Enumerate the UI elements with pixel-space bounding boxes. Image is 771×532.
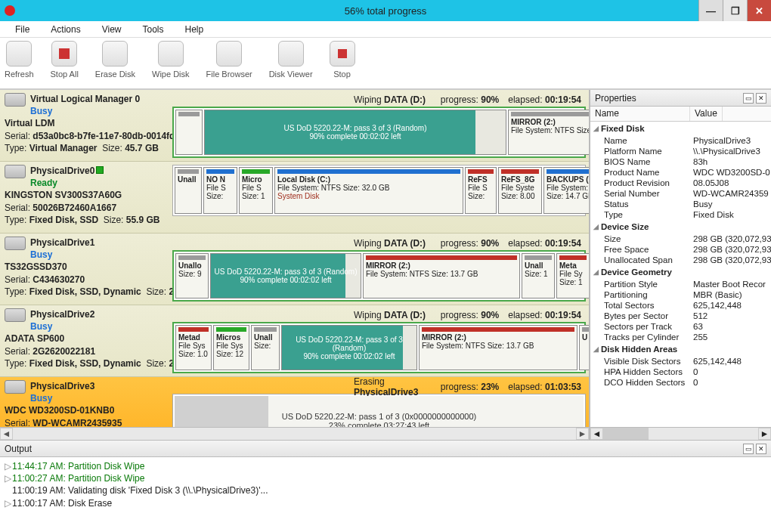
property-value: Fixed Disk <box>693 210 771 219</box>
wipe-disk-button[interactable]: Wipe Disk <box>152 41 190 79</box>
property-group[interactable]: ◢Disk Hidden Areas <box>590 342 771 356</box>
output-close-icon[interactable]: ✕ <box>756 444 766 454</box>
expand-icon[interactable]: ▷ <box>5 460 12 472</box>
drive-serial: 2G2620022181 <box>33 346 95 357</box>
file-browser-button[interactable]: File Browser <box>206 41 252 79</box>
partition[interactable]: UnallSize: <box>251 325 280 370</box>
partition[interactable]: MetaFile SySize: 1 <box>556 253 589 298</box>
property-row[interactable]: StatusBusy <box>590 199 771 209</box>
stop-button[interactable]: Stop <box>330 41 355 79</box>
partition[interactable]: US DoD 5220.22-M: pass 3 of 3 (Random)90… <box>204 110 506 155</box>
partition[interactable]: MIRROR (2:)File System: NTFS Size: 13.7 <box>508 110 589 155</box>
property-row[interactable]: Size298 GB (320,072,93 <box>590 234 771 244</box>
partition[interactable]: Unall <box>175 167 202 214</box>
partition[interactable]: US DoD 5220.22-M: pass 3 of 3 (Random)90… <box>210 253 361 298</box>
drive-row[interactable]: Virtual Logical Manager 0BusyVirtual LDM… <box>0 90 589 162</box>
partition[interactable]: MetadFile SysSize: 1.0 <box>175 325 212 370</box>
property-row[interactable]: Product NameWDC WD3200SD-0 <box>590 167 771 178</box>
partition[interactable]: UnallSize: 1 <box>522 253 555 298</box>
drive-status: Busy <box>30 249 52 260</box>
drive-row[interactable]: PhysicalDrive0ReadyKINGSTON SV300S37A60G… <box>0 162 589 234</box>
properties-hscroll[interactable]: ◄ ► <box>590 427 771 440</box>
drive-serial: 50026B72460A1667 <box>33 203 116 213</box>
properties-pin-icon[interactable]: ▭ <box>743 93 754 104</box>
stop-icon <box>330 41 355 66</box>
drive-list-hscroll[interactable]: ◄ ► <box>0 427 589 440</box>
output-pin-icon[interactable]: ▭ <box>743 444 754 454</box>
property-row[interactable]: Visible Disk Sectors625,142,448 <box>590 356 771 367</box>
elapsed-label: elapsed: 00:19:54 <box>508 94 586 105</box>
disk-viewer-button[interactable]: Disk Viewer <box>269 41 313 79</box>
output-body[interactable]: ▷11:44:17 AM: Partition Disk Wipe▷11:00:… <box>0 457 771 532</box>
log-line: 11:00:19 AM: Validating disk 'Fixed Disk… <box>5 484 766 496</box>
drive-type: Fixed Disk, SSD, Dynamic <box>29 286 141 297</box>
stop-all-button[interactable]: Stop All <box>51 41 79 79</box>
erase-disk-button[interactable]: Erase Disk <box>95 41 135 79</box>
partition[interactable]: U <box>579 325 589 370</box>
menu-help[interactable]: Help <box>185 24 204 35</box>
property-row[interactable]: TypeFixed Disk <box>590 209 771 220</box>
minimize-button[interactable]: — <box>698 0 723 21</box>
drive-list[interactable]: Virtual Logical Manager 0BusyVirtual LDM… <box>0 90 589 427</box>
property-row[interactable]: Bytes per Sector512 <box>590 311 771 321</box>
menu-view[interactable]: View <box>102 24 122 35</box>
drive-row[interactable]: PhysicalDrive1BusyTS32GSSD370Serial: C43… <box>0 234 589 305</box>
partition[interactable]: MIRROR (2:)File System: NTFS Size: 13.7 … <box>419 325 577 370</box>
elapsed-label: elapsed: 00:19:54 <box>508 310 586 320</box>
partition[interactable]: BACKUPS (Y:)File System: NTFSSize: 14.7 … <box>543 167 589 214</box>
scroll-left-icon[interactable]: ◄ <box>0 428 13 440</box>
property-row[interactable]: BIOS Name83h <box>590 156 771 167</box>
property-row[interactable]: PartitioningMBR (Basic) <box>590 289 771 300</box>
partition[interactable]: MIRROR (2:)File System: NTFS Size: 13.7 … <box>363 253 520 298</box>
menu-file[interactable]: File <box>15 24 29 35</box>
property-value: 83h <box>693 157 771 166</box>
close-button[interactable]: ✕ <box>747 0 771 21</box>
properties-close-icon[interactable]: ✕ <box>756 93 766 104</box>
property-group[interactable]: ◢Device Size <box>590 220 771 234</box>
scroll-right-icon[interactable]: ► <box>758 428 771 440</box>
property-row[interactable]: DCO Hidden Sectors0 <box>590 377 771 388</box>
property-row[interactable]: HPA Hidden Sectors0 <box>590 367 771 377</box>
property-group[interactable]: ◢Fixed Disk <box>590 122 771 135</box>
property-row[interactable]: Total Sectors625,142,448 <box>590 300 771 311</box>
progress-label: progress: 90% <box>432 94 508 105</box>
property-row[interactable]: Partition StyleMaster Boot Recor <box>590 279 771 289</box>
property-row[interactable]: Platform Name\\.\PhysicalDrive3 <box>590 146 771 156</box>
property-key: Status <box>604 200 693 209</box>
property-row[interactable]: Tracks per Cylinder255 <box>590 332 771 342</box>
partition[interactable]: MicrosFile SysSize: 12 <box>213 325 249 370</box>
property-row[interactable]: Sectors per Track63 <box>590 321 771 332</box>
property-key: Total Sectors <box>604 301 693 310</box>
disk-icon <box>5 380 26 394</box>
partition[interactable]: ReFS_8GFile SysteSize: 8.00 <box>498 167 542 214</box>
property-row[interactable]: Serial NumberWD-WCAMR24359 <box>590 188 771 199</box>
property-key: Partitioning <box>604 290 693 299</box>
partition[interactable] <box>175 110 203 155</box>
scroll-left-icon[interactable]: ◄ <box>590 428 603 440</box>
properties-body[interactable]: ◢Fixed DiskNamePhysicalDrive3Platform Na… <box>590 122 771 427</box>
property-row[interactable]: Product Revision08.05J08 <box>590 178 771 188</box>
property-group[interactable]: ◢Device Geometry <box>590 265 771 279</box>
maximize-button[interactable]: ❐ <box>723 0 747 21</box>
partition[interactable]: MicroFile SSize: 1 <box>239 167 273 214</box>
property-row[interactable]: NamePhysicalDrive3 <box>590 135 771 146</box>
menu-actions[interactable]: Actions <box>51 24 80 35</box>
property-key: DCO Hidden Sectors <box>604 378 693 387</box>
refresh-button[interactable]: Refresh <box>5 41 34 79</box>
property-value: 63 <box>693 322 771 331</box>
property-value: 255 <box>693 332 771 342</box>
expand-icon[interactable]: ▷ <box>5 472 12 484</box>
property-row[interactable]: Unallocated Span298 GB (320,072,93 <box>590 255 771 265</box>
property-row[interactable]: Free Space298 GB (320,072,93 <box>590 244 771 255</box>
scroll-right-icon[interactable]: ► <box>576 428 589 440</box>
partition[interactable]: UnalloSize: 9 <box>175 253 209 298</box>
menu-tools[interactable]: Tools <box>143 24 164 35</box>
partition[interactable]: US DoD 5220.22-M: pass 3 of 3 (Random)90… <box>281 325 417 370</box>
partition[interactable]: ReFSFile SSize: <box>465 167 497 214</box>
partition[interactable]: Local Disk (C:)File System: NTFS Size: 3… <box>274 167 463 214</box>
partition[interactable]: NO NFile SSize: <box>203 167 237 214</box>
expand-icon[interactable]: ▷ <box>5 497 12 509</box>
drive-row[interactable]: PhysicalDrive2BusyADATA SP600Serial: 2G2… <box>0 305 589 377</box>
drive-name: PhysicalDrive1 <box>30 237 94 248</box>
drive-row[interactable]: PhysicalDrive3BusyWDC WD3200SD-01KNB0Ser… <box>0 377 589 427</box>
